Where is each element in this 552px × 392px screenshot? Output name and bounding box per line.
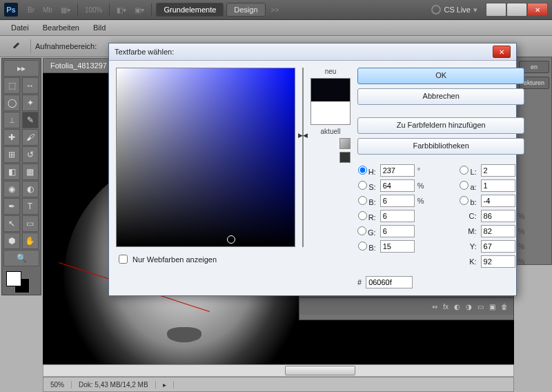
options-label: Aufnahmebereich: [35, 42, 97, 50]
tool-wand[interactable]: ✦ [22, 95, 39, 111]
tool-shape[interactable]: ▭ [22, 215, 39, 232]
tool-move[interactable]: ⬚ [3, 77, 20, 94]
warning-swatch[interactable] [339, 152, 351, 163]
radio-b[interactable] [460, 196, 469, 205]
hue-strip[interactable]: ▶◀ [302, 68, 304, 247]
cube-icon[interactable] [339, 138, 351, 149]
trash-icon[interactable]: 🗑 [501, 303, 508, 311]
radio-s[interactable] [358, 181, 367, 190]
input-b[interactable] [481, 195, 515, 207]
input-g[interactable] [380, 225, 415, 237]
status-zoom[interactable]: 50% [43, 381, 72, 389]
tool-heal[interactable]: ✚ [3, 129, 20, 146]
radio-bv[interactable] [358, 196, 367, 205]
radio-a[interactable] [460, 181, 469, 190]
label-aktuell: aktuell [310, 128, 351, 135]
tool-lasso[interactable]: ◯ [3, 95, 20, 111]
mb-icon[interactable]: Mb [39, 5, 57, 15]
input-s[interactable] [380, 179, 415, 192]
tool-eraser[interactable]: ◧ [3, 164, 20, 180]
color-libraries-button[interactable]: Farbbibliotheken [357, 138, 524, 155]
saturation-value-field[interactable] [116, 68, 295, 247]
radio-l[interactable] [460, 166, 469, 175]
tool-3d[interactable]: ⬢ [3, 233, 20, 249]
workspace-more[interactable]: >> [267, 5, 284, 15]
zoom-level[interactable]: 100% [81, 5, 107, 15]
tool-brush[interactable]: 🖌 [22, 129, 39, 146]
tool-dodge[interactable]: ◐ [22, 181, 39, 197]
tool-path[interactable]: ↖ [3, 215, 20, 232]
input-bb[interactable] [380, 240, 415, 253]
app-titlebar: Ps Br Mb ▦▾ 100% ◧▾ ▣▾ Grundelemente Des… [0, 0, 552, 20]
input-k[interactable] [481, 255, 515, 268]
arrange-icon[interactable]: ▦▾ [57, 5, 75, 15]
tool-gradient[interactable]: ▦ [22, 164, 39, 180]
tool-stamp[interactable]: ⊞ [3, 146, 20, 163]
photoshop-logo: Ps [4, 3, 18, 17]
tool-type[interactable]: T [22, 198, 39, 215]
window-close[interactable]: ✕ [527, 3, 548, 17]
workspace-design[interactable]: Design [226, 3, 265, 17]
link-icon[interactable]: ⇔ [432, 303, 437, 311]
radio-r[interactable] [358, 211, 367, 220]
view-mode-icon[interactable]: ▣▾ [130, 5, 148, 15]
color-preview [310, 78, 351, 125]
folder-icon[interactable]: ▭ [477, 303, 484, 311]
dialog-close-button[interactable]: ✕ [493, 46, 511, 58]
mask-icon[interactable]: ◐ [454, 303, 460, 311]
dialog-title: Textfarbe wählen: [115, 48, 174, 56]
color-value-fields: H:° L: S:% a: B:% b: R: C:% G: M:% B: Y:… [357, 164, 524, 268]
input-l[interactable] [481, 164, 515, 177]
window-minimize[interactable]: ─ [486, 3, 506, 17]
tool-eyedropper[interactable]: ✎ [22, 112, 39, 128]
input-y[interactable] [481, 240, 515, 253]
radio-h[interactable] [358, 166, 367, 175]
tool-pen[interactable]: ✒ [3, 198, 20, 215]
menu-datei[interactable]: Datei [4, 22, 36, 33]
radio-g[interactable] [357, 226, 366, 235]
fx-icon[interactable]: fx [443, 303, 448, 311]
input-c[interactable] [481, 210, 515, 222]
input-m[interactable] [481, 225, 515, 237]
input-h[interactable] [380, 164, 415, 177]
br-icon[interactable]: Br [23, 5, 39, 15]
dialog-titlebar[interactable]: Textfarbe wählen: ✕ [109, 43, 516, 61]
color-picker-dialog: Textfarbe wählen: ✕ Nur Webfarben anzeig… [108, 43, 517, 296]
status-expand[interactable]: ▸ [156, 381, 174, 389]
screen-mode-icon[interactable]: ◧▾ [112, 5, 130, 15]
tool-hand[interactable]: ✋ [22, 233, 39, 249]
window-maximize[interactable]: ☐ [506, 3, 527, 17]
tool-zoom[interactable]: 🔍 [3, 250, 39, 266]
ok-button[interactable]: OK [357, 68, 524, 84]
menu-bearbeiten[interactable]: Bearbeiten [36, 22, 86, 33]
document-tab[interactable]: Fotolia_4813297 [43, 58, 115, 73]
radio-bb[interactable] [358, 242, 367, 251]
new-layer-icon[interactable]: ▣ [489, 303, 495, 311]
tool-blur[interactable]: ◉ [3, 181, 20, 197]
toolbox: ▸▸ ⬚↔ ◯✦ ⟂✎ ✚🖌 ⊞↺ ◧▦ ◉◐ ✒T ↖▭ ⬢✋ 🔍 [1, 58, 41, 295]
cslive-icon [431, 5, 441, 14]
status-bar: 50% Dok: 5,43 MB/14,2 MB ▸ [43, 377, 514, 392]
cslive-label[interactable]: CS Live [444, 6, 471, 14]
tool-history[interactable]: ↺ [22, 146, 39, 163]
tool-crop[interactable]: ⟂ [3, 112, 20, 128]
horizontal-scrollbar[interactable] [43, 364, 514, 377]
color-swatches[interactable] [3, 270, 39, 293]
menu-bild[interactable]: Bild [86, 22, 112, 33]
label-neu: neu [310, 68, 351, 75]
sv-marker[interactable] [227, 235, 235, 244]
add-swatch-button[interactable]: Zu Farbfeldern hinzufügen [357, 117, 524, 134]
input-r[interactable] [380, 210, 415, 222]
web-colors-checkbox[interactable]: Nur Webfarben anzeigen [116, 253, 295, 266]
eyedropper-icon [10, 41, 21, 52]
input-a[interactable] [481, 179, 515, 192]
tool-move-arrow[interactable]: ↔ [22, 77, 39, 94]
input-hex[interactable] [366, 276, 413, 288]
cancel-button[interactable]: Abbrechen [357, 88, 524, 105]
menu-bar: Datei Bearbeiten Bild [0, 20, 552, 36]
input-bv[interactable] [380, 195, 415, 207]
status-docsize: Dok: 5,43 MB/14,2 MB [72, 381, 156, 389]
workspace-grundelemente[interactable]: Grundelemente [156, 3, 224, 17]
adjust-icon[interactable]: ◑ [466, 303, 472, 311]
toolbox-handle[interactable]: ▸▸ [3, 60, 39, 77]
